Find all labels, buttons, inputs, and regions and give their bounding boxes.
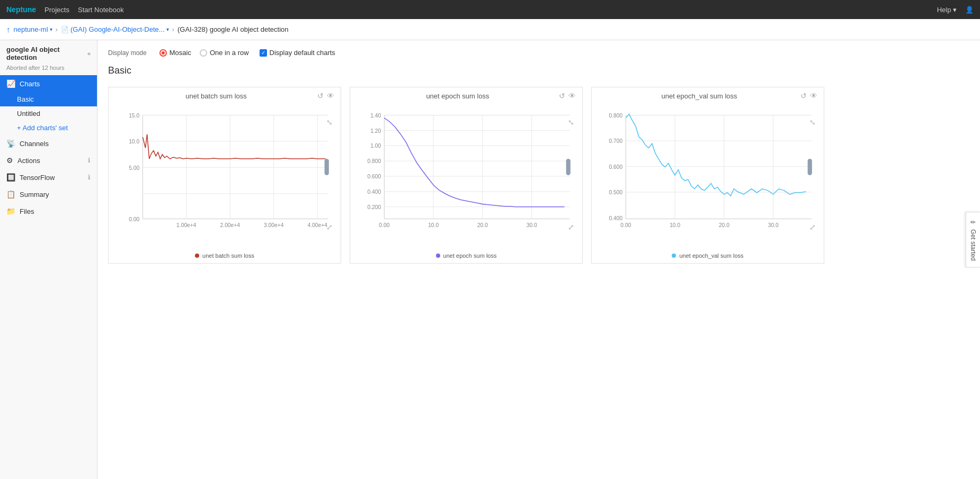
svg-text:⤢: ⤢ bbox=[568, 223, 574, 231]
chart-body-1: 15.0 10.0 5.00 0.00 1.00e+4 2.00e+4 3.00… bbox=[109, 102, 341, 250]
sidebar-subitem-basic[interactable]: Basic bbox=[0, 92, 97, 106]
chart-title-3: unet epoch_val sum loss bbox=[598, 92, 800, 100]
svg-text:30.0: 30.0 bbox=[527, 222, 537, 228]
breadcrumb-project[interactable]: neptune-ml ▾ bbox=[14, 25, 52, 33]
svg-text:0.500: 0.500 bbox=[609, 189, 622, 195]
svg-text:10.0: 10.0 bbox=[428, 222, 439, 228]
chart-legend-2: unet epoch sum loss bbox=[350, 250, 582, 263]
help-link[interactable]: Help ▾ bbox=[937, 6, 957, 14]
svg-rect-18 bbox=[325, 159, 329, 175]
channels-icon: 📡 bbox=[6, 139, 15, 148]
chart2-view-btn[interactable]: 👁 bbox=[568, 92, 576, 100]
actions-icon: ⚙ bbox=[6, 156, 13, 165]
chart2-reset-btn[interactable]: ↺ bbox=[559, 92, 565, 100]
chart-card-2: unet epoch sum loss ↺ 👁 bbox=[350, 87, 583, 264]
top-nav-left: Neptune Projects Start Notebook bbox=[6, 5, 124, 14]
svg-text:30.0: 30.0 bbox=[768, 222, 779, 228]
svg-text:1.00: 1.00 bbox=[370, 143, 381, 149]
svg-text:0.00: 0.00 bbox=[129, 216, 139, 222]
svg-text:1.40: 1.40 bbox=[370, 113, 381, 119]
sidebar-project-title: google AI object detection « bbox=[0, 40, 97, 64]
sidebar-item-channels[interactable]: 📡 Channels bbox=[0, 135, 97, 152]
chart-title-2: unet epoch sum loss bbox=[357, 92, 559, 100]
chart3-reset-btn[interactable]: ↺ bbox=[800, 92, 807, 100]
svg-text:0.00: 0.00 bbox=[620, 222, 631, 228]
top-navigation: Neptune Projects Start Notebook Help ▾ 👤 bbox=[0, 0, 980, 19]
legend-dot-1 bbox=[195, 254, 199, 258]
charts-grid: unet batch sum loss ↺ 👁 bbox=[108, 87, 969, 264]
chart-header-2: unet epoch sum loss ↺ 👁 bbox=[350, 87, 582, 102]
pencil-icon: ✏ bbox=[970, 219, 976, 226]
user-icon[interactable]: 👤 bbox=[965, 6, 974, 14]
chart-title-1: unet batch sum loss bbox=[115, 92, 317, 100]
sidebar-item-files[interactable]: 📁 Files bbox=[0, 203, 97, 220]
radio-mosaic-dot bbox=[159, 49, 167, 57]
breadcrumb-sep2: › bbox=[172, 25, 174, 33]
sidebar-subitem-untitled[interactable]: Untitled bbox=[0, 106, 97, 121]
svg-text:1.00e+4: 1.00e+4 bbox=[176, 222, 197, 228]
svg-text:⤡: ⤡ bbox=[326, 118, 333, 126]
svg-text:⤡: ⤡ bbox=[809, 118, 816, 126]
svg-text:⤢: ⤢ bbox=[326, 223, 333, 231]
chart-header-1: unet batch sum loss ↺ 👁 bbox=[109, 87, 341, 102]
legend-dot-3 bbox=[672, 254, 676, 258]
svg-rect-65 bbox=[808, 159, 812, 175]
actions-info-icon[interactable]: ℹ bbox=[88, 157, 91, 164]
sidebar-subitem-add-charts[interactable]: + Add charts' set bbox=[0, 121, 97, 135]
chart-body-2: 1.40 1.20 1.00 0.800 0.600 0.400 0.200 0… bbox=[350, 102, 582, 250]
top-nav-right: Help ▾ 👤 bbox=[937, 6, 974, 14]
chart-svg-2: 1.40 1.20 1.00 0.800 0.600 0.400 0.200 0… bbox=[354, 104, 578, 246]
start-notebook-link[interactable]: Start Notebook bbox=[78, 6, 124, 14]
get-started-tab[interactable]: ✏ Get started bbox=[966, 212, 980, 267]
sidebar-item-tensorflow[interactable]: 🔲 TensorFlow ℹ bbox=[0, 169, 97, 186]
sidebar-status: Aborted after 12 hours bbox=[0, 64, 97, 75]
chart1-view-btn[interactable]: 👁 bbox=[327, 92, 334, 100]
svg-text:0.200: 0.200 bbox=[367, 204, 381, 210]
svg-text:10.0: 10.0 bbox=[670, 222, 680, 228]
svg-text:20.0: 20.0 bbox=[477, 222, 488, 228]
svg-text:0.400: 0.400 bbox=[367, 189, 381, 195]
legend-dot-2 bbox=[436, 254, 440, 258]
breadcrumb-experiment[interactable]: 📄 (GAI) Google-AI-Object-Dete... ▾ bbox=[61, 25, 169, 33]
svg-text:0.700: 0.700 bbox=[609, 138, 622, 144]
chart3-view-btn[interactable]: 👁 bbox=[810, 92, 817, 100]
svg-text:0.00: 0.00 bbox=[379, 222, 389, 228]
radio-one-in-row-dot bbox=[200, 49, 207, 57]
back-icon[interactable]: ↑ bbox=[6, 25, 11, 34]
breadcrumb-bar: ↑ neptune-ml ▾ › 📄 (GAI) Google-AI-Objec… bbox=[0, 19, 980, 40]
svg-text:10.0: 10.0 bbox=[129, 139, 139, 144]
svg-rect-44 bbox=[566, 159, 571, 175]
sidebar-item-actions[interactable]: ⚙ Actions ℹ bbox=[0, 152, 97, 169]
chart-header-3: unet epoch_val sum loss ↺ 👁 bbox=[592, 87, 824, 102]
app-logo: Neptune bbox=[6, 5, 36, 14]
svg-text:4.00e+4: 4.00e+4 bbox=[307, 222, 327, 228]
svg-text:5.00: 5.00 bbox=[129, 165, 139, 171]
content-area: Display mode Mosaic One in a row Display… bbox=[97, 40, 980, 479]
tensorflow-info-icon[interactable]: ℹ bbox=[88, 174, 91, 181]
svg-text:15.0: 15.0 bbox=[129, 113, 139, 119]
radio-one-in-row[interactable]: One in a row bbox=[200, 49, 249, 57]
svg-text:2.00e+4: 2.00e+4 bbox=[220, 222, 240, 228]
checkbox-checked-icon bbox=[260, 49, 267, 57]
sidebar-item-summary[interactable]: 📋 Summary bbox=[0, 186, 97, 203]
main-layout: google AI object detection « Aborted aft… bbox=[0, 40, 980, 479]
tensorflow-icon: 🔲 bbox=[6, 173, 15, 182]
chart-body-3: 0.800 0.700 0.600 0.500 0.400 0.00 10.0 … bbox=[592, 102, 824, 250]
svg-text:0.800: 0.800 bbox=[609, 113, 622, 119]
display-default-charts-checkbox[interactable]: Display default charts bbox=[260, 49, 335, 57]
chart-svg-3: 0.800 0.700 0.600 0.500 0.400 0.00 10.0 … bbox=[596, 104, 819, 246]
chart-actions-1: ↺ 👁 bbox=[317, 92, 334, 100]
chart-actions-2: ↺ 👁 bbox=[559, 92, 576, 100]
radio-mosaic[interactable]: Mosaic bbox=[159, 49, 191, 57]
chart-card-3: unet epoch_val sum loss ↺ 👁 bbox=[591, 87, 824, 264]
section-title: Basic bbox=[108, 65, 969, 76]
projects-link[interactable]: Projects bbox=[44, 6, 69, 14]
svg-text:0.800: 0.800 bbox=[367, 158, 381, 164]
svg-text:20.0: 20.0 bbox=[719, 222, 729, 228]
sidebar-item-charts[interactable]: 📈 Charts bbox=[0, 75, 97, 92]
chart1-reset-btn[interactable]: ↺ bbox=[317, 92, 324, 100]
sidebar-collapse-icon[interactable]: « bbox=[87, 50, 91, 57]
chart-card-1: unet batch sum loss ↺ 👁 bbox=[108, 87, 341, 264]
summary-icon: 📋 bbox=[6, 190, 15, 198]
svg-text:0.600: 0.600 bbox=[367, 174, 381, 179]
